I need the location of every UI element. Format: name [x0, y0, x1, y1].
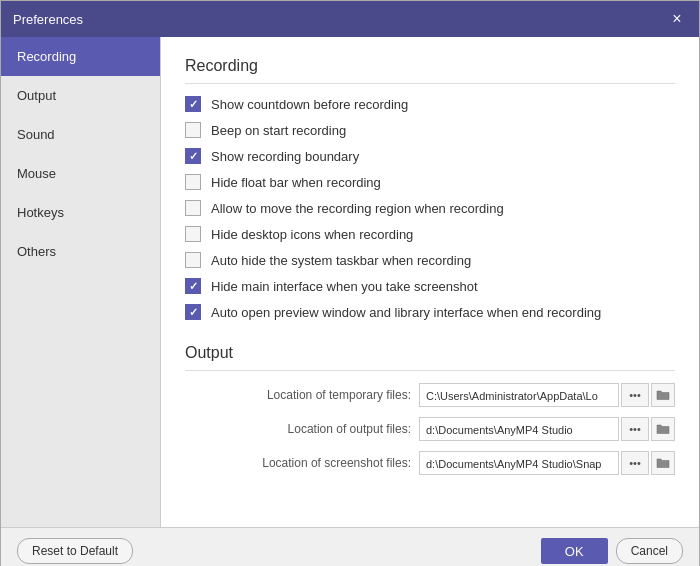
dialog-title: Preferences [13, 12, 83, 27]
checkbox-autoopen-label: Auto open preview window and library int… [211, 305, 601, 320]
checkbox-beep-label: Beep on start recording [211, 123, 346, 138]
screenshot-files-row: Location of screenshot files: d:\Documen… [185, 451, 675, 475]
sidebar-item-recording[interactable]: Recording [1, 37, 160, 76]
screenshot-files-label: Location of screenshot files: [262, 456, 411, 470]
footer-buttons: OK Cancel [541, 538, 683, 564]
sidebar-item-hotkeys[interactable]: Hotkeys [1, 193, 160, 232]
dialog-body: Recording Output Sound Mouse Hotkeys Oth… [1, 37, 699, 527]
temp-files-folder-button[interactable] [651, 383, 675, 407]
checkbox-moveregion[interactable] [185, 200, 201, 216]
close-button[interactable]: × [667, 9, 687, 29]
checkbox-row-hideinterface: Hide main interface when you take screen… [185, 278, 675, 294]
output-files-input[interactable]: d:\Documents\AnyMP4 Studio [419, 417, 619, 441]
main-content: Recording Show countdown before recordin… [161, 37, 699, 527]
screenshot-files-dots-button[interactable]: ••• [621, 451, 649, 475]
checkbox-moveregion-label: Allow to move the recording region when … [211, 201, 504, 216]
output-files-row: Location of output files: d:\Documents\A… [185, 417, 675, 441]
temp-files-label: Location of temporary files: [267, 388, 411, 402]
checkbox-taskbar[interactable] [185, 252, 201, 268]
checkbox-row-autoopen: Auto open preview window and library int… [185, 304, 675, 320]
checkbox-boundary-label: Show recording boundary [211, 149, 359, 164]
checkbox-row-moveregion: Allow to move the recording region when … [185, 200, 675, 216]
sidebar-item-output[interactable]: Output [1, 76, 160, 115]
recording-section-title: Recording [185, 57, 675, 84]
temp-files-dots-button[interactable]: ••• [621, 383, 649, 407]
sidebar: Recording Output Sound Mouse Hotkeys Oth… [1, 37, 161, 527]
checkbox-row-taskbar: Auto hide the system taskbar when record… [185, 252, 675, 268]
checkbox-desktopicons-label: Hide desktop icons when recording [211, 227, 413, 242]
output-section: Output Location of temporary files: C:\U… [185, 344, 675, 475]
checkbox-row-desktopicons: Hide desktop icons when recording [185, 226, 675, 242]
checkbox-countdown[interactable] [185, 96, 201, 112]
checkbox-hideinterface[interactable] [185, 278, 201, 294]
ok-button[interactable]: OK [541, 538, 608, 564]
checkbox-floatbar-label: Hide float bar when recording [211, 175, 381, 190]
sidebar-item-mouse[interactable]: Mouse [1, 154, 160, 193]
recording-section: Recording Show countdown before recordin… [185, 57, 675, 320]
temp-files-row: Location of temporary files: C:\Users\Ad… [185, 383, 675, 407]
checkbox-desktopicons[interactable] [185, 226, 201, 242]
checkbox-row-beep: Beep on start recording [185, 122, 675, 138]
checkbox-row-floatbar: Hide float bar when recording [185, 174, 675, 190]
preferences-dialog: Preferences × Recording Output Sound Mou… [0, 0, 700, 566]
checkbox-countdown-label: Show countdown before recording [211, 97, 408, 112]
sidebar-item-others[interactable]: Others [1, 232, 160, 271]
sidebar-item-sound[interactable]: Sound [1, 115, 160, 154]
output-files-folder-button[interactable] [651, 417, 675, 441]
dialog-footer: Reset to Default OK Cancel [1, 527, 699, 566]
checkbox-boundary[interactable] [185, 148, 201, 164]
screenshot-files-folder-button[interactable] [651, 451, 675, 475]
screenshot-files-input[interactable]: d:\Documents\AnyMP4 Studio\Snap [419, 451, 619, 475]
temp-files-input[interactable]: C:\Users\Administrator\AppData\Lo [419, 383, 619, 407]
checkbox-taskbar-label: Auto hide the system taskbar when record… [211, 253, 471, 268]
output-files-dots-button[interactable]: ••• [621, 417, 649, 441]
title-bar: Preferences × [1, 1, 699, 37]
checkbox-row-boundary: Show recording boundary [185, 148, 675, 164]
checkbox-floatbar[interactable] [185, 174, 201, 190]
checkbox-hideinterface-label: Hide main interface when you take screen… [211, 279, 478, 294]
reset-to-default-button[interactable]: Reset to Default [17, 538, 133, 564]
checkbox-row-countdown: Show countdown before recording [185, 96, 675, 112]
checkbox-beep[interactable] [185, 122, 201, 138]
output-section-title: Output [185, 344, 675, 371]
cancel-button[interactable]: Cancel [616, 538, 683, 564]
checkbox-autoopen[interactable] [185, 304, 201, 320]
output-files-label: Location of output files: [288, 422, 411, 436]
